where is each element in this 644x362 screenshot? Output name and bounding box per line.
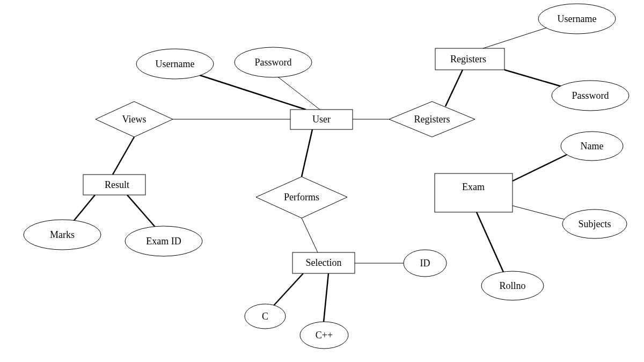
edge-views-result	[113, 137, 134, 175]
edge-exam-name	[513, 154, 569, 181]
edge-result-examid	[127, 195, 157, 229]
attr-selection-cpp-label: C++	[316, 330, 333, 341]
entity-registers-label: Registers	[450, 54, 486, 64]
entity-exam: Exam	[435, 173, 513, 212]
attr-reg-password-label: Password	[572, 90, 609, 101]
attr-user-username-label: Username	[156, 59, 195, 69]
edge-performs-selection	[302, 218, 318, 252]
edge-exam-subjects	[513, 206, 568, 220]
er-diagram: Username Password Username Password Mark…	[0, 0, 644, 362]
attr-result-marks-label: Marks	[50, 229, 75, 240]
rel-performs-label: Performs	[284, 192, 319, 202]
rel-registers: Registers	[389, 102, 475, 137]
edge-selection-cpp	[324, 273, 328, 322]
attr-result-marks: Marks	[24, 220, 101, 250]
attr-exam-rollno-label: Rollno	[499, 280, 525, 291]
attr-selection-c: C	[245, 304, 286, 329]
attr-exam-subjects-label: Subjects	[579, 219, 611, 229]
edge-selection-c	[273, 273, 303, 307]
rel-views-label: Views	[122, 114, 147, 125]
attr-selection-c-label: C	[262, 311, 268, 322]
entity-user-label: User	[312, 114, 331, 125]
attr-user-password: Password	[235, 47, 312, 77]
attr-result-examid: Exam ID	[125, 226, 202, 256]
entity-result: Result	[83, 175, 145, 195]
attr-exam-name: Name	[561, 132, 623, 161]
edge-registers-username	[483, 26, 553, 48]
entity-selection-label: Selection	[306, 257, 342, 268]
attr-selection-id: ID	[404, 250, 447, 277]
entity-selection: Selection	[292, 252, 355, 273]
svg-rect-18	[435, 173, 513, 212]
edge-exam-rollno	[477, 212, 504, 274]
edge-user-performs	[302, 129, 312, 177]
entity-user: User	[290, 110, 353, 129]
attr-result-examid-label: Exam ID	[146, 236, 181, 247]
attr-user-password-label: Password	[254, 57, 291, 68]
attr-exam-rollno: Rollno	[481, 271, 544, 300]
attr-reg-username-label: Username	[558, 13, 597, 24]
rel-performs: Performs	[256, 177, 347, 218]
edge-result-marks	[72, 195, 95, 222]
attr-exam-subjects: Subjects	[562, 209, 627, 238]
entity-result-label: Result	[105, 179, 129, 190]
attr-reg-username: Username	[538, 4, 616, 34]
attr-selection-cpp: C++	[300, 322, 348, 349]
entity-registers: Registers	[435, 48, 504, 70]
attr-exam-name-label: Name	[581, 141, 604, 151]
edge-user-password	[276, 76, 320, 110]
rel-views: Views	[96, 102, 173, 137]
entity-exam-label: Exam	[462, 182, 485, 192]
attr-user-username: Username	[136, 49, 214, 79]
attr-reg-password: Password	[552, 81, 629, 111]
edge-user-username	[200, 75, 306, 110]
attr-selection-id-label: ID	[420, 258, 430, 269]
edge-registers-password	[504, 70, 569, 89]
edge-registers-rel-entity	[445, 70, 463, 106]
rel-registers-label: Registers	[414, 114, 450, 125]
